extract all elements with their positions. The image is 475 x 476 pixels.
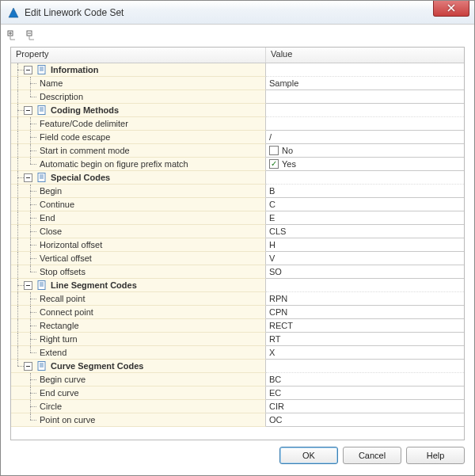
group-information[interactable]: Information — [11, 63, 464, 77]
value-cell[interactable]: CPN — [266, 306, 464, 319]
value-text: V — [269, 252, 275, 265]
window-title: Edit Linework Code Set — [25, 7, 433, 18]
expander-icon[interactable] — [24, 173, 32, 182]
expand-tree-button[interactable] — [6, 29, 20, 43]
property-label: Stop offsets — [36, 265, 86, 279]
row-auto-begin-prefix: Automatic begin on figure prefix matchYe… — [11, 158, 464, 171]
value-cell[interactable]: CLS — [266, 225, 464, 238]
value-text: OC — [269, 413, 283, 427]
group-label: Information — [51, 63, 99, 77]
value-text: SO — [269, 265, 282, 279]
value-cell[interactable]: CIR — [266, 400, 464, 413]
svg-rect-18 — [38, 173, 45, 182]
property-label: Field code escape — [36, 131, 110, 144]
expander-icon[interactable] — [24, 281, 32, 290]
value-text: RPN — [269, 292, 287, 306]
svg-rect-14 — [38, 106, 45, 115]
row-continue: ContinueC — [11, 198, 464, 211]
value-cell[interactable]: BC — [266, 373, 464, 387]
checkbox[interactable] — [269, 159, 279, 169]
app-icon — [7, 6, 20, 19]
row-point-on-curve: Point on curveOC — [11, 413, 464, 427]
value-text: E — [269, 211, 275, 225]
property-label: Begin curve — [36, 373, 86, 387]
value-text: B — [269, 185, 275, 198]
value-cell[interactable]: B — [266, 185, 464, 198]
property-label: Horizontal offset — [36, 238, 102, 252]
row-close: CloseCLS — [11, 225, 464, 238]
svg-marker-0 — [9, 8, 18, 17]
value-cell[interactable]: H — [266, 238, 464, 252]
expander-icon[interactable] — [24, 66, 32, 74]
value-cell[interactable]: OC — [266, 413, 464, 427]
group-label: Line Segment Codes — [51, 279, 137, 292]
value-text: / — [269, 131, 272, 144]
row-horizontal-offset: Horizontal offsetH — [11, 238, 464, 252]
checkbox[interactable] — [269, 146, 279, 155]
group-line-segment-codes[interactable]: Line Segment Codes — [11, 279, 464, 292]
group-coding-methods[interactable]: Coding Methods — [11, 104, 464, 117]
property-label: Point on curve — [36, 413, 95, 427]
value-cell[interactable]: X — [266, 346, 464, 360]
row-circle: CircleCIR — [11, 400, 464, 413]
value-text: Yes — [282, 158, 296, 171]
value-cell[interactable]: E — [266, 211, 464, 225]
property-label: Vertical offset — [36, 252, 92, 265]
value-cell[interactable]: V — [266, 252, 464, 265]
value-text: RT — [269, 333, 280, 346]
value-cell[interactable] — [266, 117, 464, 131]
row-vertical-offset: Vertical offsetV — [11, 252, 464, 265]
ok-button[interactable]: OK — [279, 447, 338, 464]
property-label: Close — [36, 225, 62, 238]
close-button[interactable] — [433, 1, 469, 17]
row-field-code-escape: Field code escape/ — [11, 131, 464, 144]
property-grid: Property Value InformationNameSampleDesc… — [10, 47, 465, 440]
value-cell[interactable]: / — [266, 131, 464, 144]
close-icon — [447, 4, 455, 12]
group-curve-segment-codes[interactable]: Curve Segment Codes — [11, 360, 464, 373]
document-icon — [36, 360, 48, 371]
document-icon — [36, 64, 48, 75]
row-feature-code-delimiter: Feature/Code delimiter — [11, 117, 464, 131]
value-cell[interactable]: EC — [266, 387, 464, 400]
group-label: Curve Segment Codes — [51, 360, 143, 373]
column-header-value[interactable]: Value — [266, 48, 464, 63]
property-label: Feature/Code delimiter — [36, 117, 128, 131]
value-cell[interactable]: Sample — [266, 77, 464, 90]
value-cell[interactable]: RT — [266, 333, 464, 346]
row-recall-point: Recall pointRPN — [11, 292, 464, 306]
value-text: EC — [269, 387, 281, 400]
expander-icon[interactable] — [24, 106, 32, 115]
column-header-property[interactable]: Property — [11, 48, 266, 63]
value-text: Sample — [269, 77, 298, 90]
value-text: CPN — [269, 306, 287, 319]
value-text: H — [269, 238, 276, 252]
help-button[interactable]: Help — [406, 447, 465, 464]
row-rectangle: RectangleRECT — [11, 319, 464, 333]
value-cell[interactable] — [266, 90, 464, 104]
row-begin-curve: Begin curveBC — [11, 373, 464, 387]
value-cell[interactable]: RPN — [266, 292, 464, 306]
property-label: Begin — [36, 185, 62, 198]
value-cell[interactable]: C — [266, 198, 464, 211]
collapse-tree-button[interactable] — [25, 29, 39, 43]
property-label: Connect point — [36, 306, 93, 319]
value-text: C — [269, 198, 276, 211]
value-cell[interactable]: No — [266, 144, 464, 158]
value-cell[interactable]: RECT — [266, 319, 464, 333]
property-label: Recall point — [36, 292, 85, 306]
expander-icon[interactable] — [24, 362, 32, 371]
row-begin: BeginB — [11, 185, 464, 198]
row-name: NameSample — [11, 77, 464, 90]
row-description: Description — [11, 90, 464, 104]
group-special-codes[interactable]: Special Codes — [11, 171, 464, 185]
value-cell[interactable]: Yes — [266, 158, 464, 171]
group-label: Coding Methods — [51, 104, 119, 117]
row-connect-point: Connect pointCPN — [11, 306, 464, 319]
property-label: Continue — [36, 198, 74, 211]
cancel-button[interactable]: Cancel — [343, 447, 401, 464]
grid-header: Property Value — [11, 48, 464, 63]
property-label: Description — [36, 90, 83, 104]
document-icon — [36, 172, 48, 183]
value-cell[interactable]: SO — [266, 265, 464, 279]
